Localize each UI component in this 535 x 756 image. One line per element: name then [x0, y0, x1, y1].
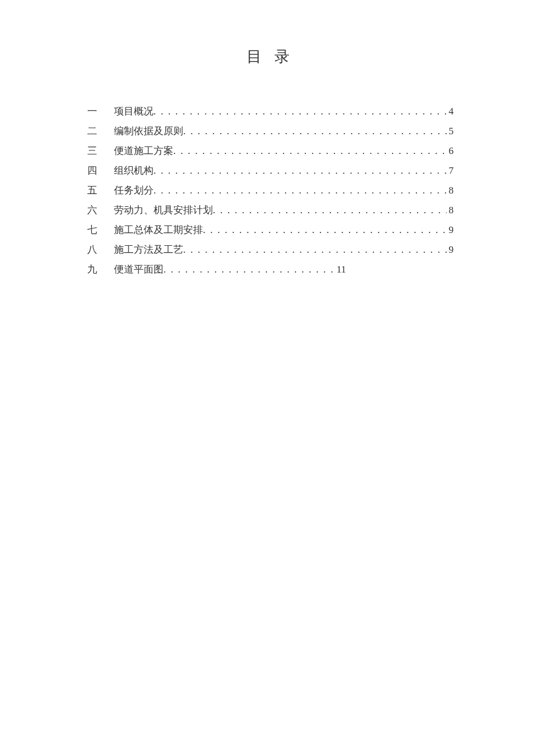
toc-page-number: 9 [449, 240, 454, 260]
toc-leader-dots: . . . . . . . . . . . . . . . . . . . . … [183, 240, 447, 260]
toc-entry: 九 便道平面图 . . . . . . . . . . . . . . . . … [87, 260, 454, 280]
toc-label: 便道施工方案 [114, 141, 173, 161]
toc-entry: 一 项目概况 . . . . . . . . . . . . . . . . .… [87, 102, 454, 121]
toc-leader-dots: . . . . . . . . . . . . . . . . . . . . … [183, 121, 447, 141]
toc-page-number: 6 [449, 141, 454, 161]
toc-label: 项目概况 [114, 102, 154, 121]
toc-entry: 四 组织机构 . . . . . . . . . . . . . . . . .… [87, 161, 454, 181]
toc-leader-dots: . . . . . . . . . . . . . . . . . . . . … [173, 141, 447, 161]
toc-page-number: 8 [449, 200, 454, 220]
toc-page-number: 5 [449, 121, 454, 141]
toc-page-number: 9 [449, 220, 454, 240]
toc-num: 六 [87, 200, 108, 220]
toc-page-number: 11 [337, 260, 346, 280]
toc-num: 七 [87, 220, 108, 240]
toc-title: 目 录 [87, 46, 454, 67]
toc-num: 四 [87, 161, 108, 181]
toc-leader-dots: . . . . . . . . . . . . . . . . . . . . … [213, 200, 447, 220]
toc-leader-dots: . . . . . . . . . . . . . . . . . . . . … [154, 102, 447, 121]
toc-label: 任务划分 [114, 181, 154, 200]
toc-entry: 三 便道施工方案 . . . . . . . . . . . . . . . .… [87, 141, 454, 161]
toc-num: 八 [87, 240, 108, 260]
toc-leader-dots: . . . . . . . . . . . . . . . . . . . . … [163, 260, 334, 280]
toc-num: 五 [87, 181, 108, 200]
toc-num: 二 [87, 121, 108, 141]
toc-entry: 八 施工方法及工艺 . . . . . . . . . . . . . . . … [87, 240, 454, 260]
table-of-contents: 一 项目概况 . . . . . . . . . . . . . . . . .… [87, 102, 454, 280]
toc-label: 施工方法及工艺 [114, 240, 183, 260]
toc-label: 施工总体及工期安排 [114, 220, 203, 240]
toc-entry: 六 劳动力、机具安排计划 . . . . . . . . . . . . . .… [87, 200, 454, 220]
toc-num: 三 [87, 141, 108, 161]
toc-leader-dots: . . . . . . . . . . . . . . . . . . . . … [154, 161, 447, 181]
toc-entry: 二 编制依据及原则 . . . . . . . . . . . . . . . … [87, 121, 454, 141]
toc-entry: 七 施工总体及工期安排 . . . . . . . . . . . . . . … [87, 220, 454, 240]
toc-label: 劳动力、机具安排计划 [114, 200, 213, 220]
toc-page-number: 7 [449, 161, 454, 181]
toc-leader-dots: . . . . . . . . . . . . . . . . . . . . … [154, 181, 447, 200]
toc-page-number: 4 [449, 102, 454, 121]
toc-label: 便道平面图 [114, 260, 163, 280]
toc-page-number: 8 [449, 181, 454, 200]
toc-label: 组织机构 [114, 161, 154, 181]
toc-num: 九 [87, 260, 108, 280]
document-page: 目 录 一 项目概况 . . . . . . . . . . . . . . .… [0, 0, 535, 280]
toc-entry: 五 任务划分 . . . . . . . . . . . . . . . . .… [87, 181, 454, 200]
toc-num: 一 [87, 102, 108, 121]
toc-label: 编制依据及原则 [114, 121, 183, 141]
toc-leader-dots: . . . . . . . . . . . . . . . . . . . . … [203, 220, 447, 240]
